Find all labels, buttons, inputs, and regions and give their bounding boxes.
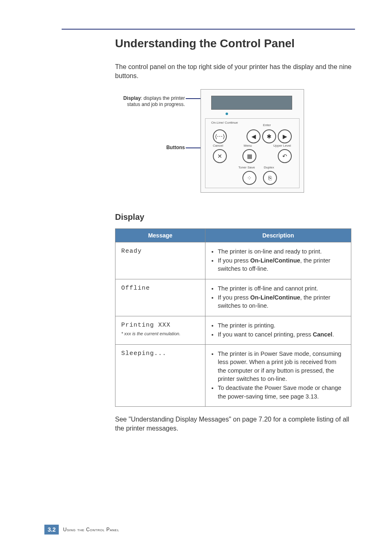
intro-paragraph: The control panel on the top right side …: [115, 62, 355, 81]
duplex-button[interactable]: ⎘: [263, 171, 277, 185]
description-cell: The printer is off-line and cannot print…: [205, 279, 351, 316]
online-continue-button[interactable]: ⟨⋯⟩: [213, 129, 227, 143]
footer-text: Using the Control Panel: [63, 527, 119, 532]
description-item: To deactivate the Power Save mode or cha…: [218, 384, 345, 401]
cancel-button[interactable]: ✕: [213, 149, 227, 163]
page-number-box: 3.2: [44, 525, 59, 535]
enter-button[interactable]: ✱: [262, 129, 276, 143]
description-item: The printer is printing.: [218, 321, 345, 329]
description-list: The printer is off-line and cannot print…: [211, 284, 345, 310]
description-cell: The printer is printing.If you want to c…: [205, 316, 351, 345]
status-led: [226, 113, 228, 115]
upper-level-button[interactable]: ↶: [278, 149, 292, 163]
label-menu: Menu: [244, 144, 252, 147]
description-item: The printer is on-line and ready to prin…: [218, 247, 345, 256]
button-group: On-Line/ Continue ⟨⋯⟩ ◀ Enter ✱ ▶ Cancel…: [205, 118, 300, 188]
th-description: Description: [205, 228, 351, 242]
callout-buttons-label: Buttons: [166, 145, 185, 150]
label-online: On-Line/ Continue: [211, 121, 226, 124]
callout-display: Display: displays the printer status and…: [115, 95, 185, 108]
nav-left-button[interactable]: ◀: [247, 129, 261, 143]
menu-button[interactable]: ▦: [242, 149, 256, 163]
display-heading: Display: [115, 212, 355, 222]
nav-right-button[interactable]: ▶: [278, 129, 292, 143]
description-item: If you press On-Line/Continue, the print…: [218, 293, 345, 310]
page-footer: 3.2 Using the Control Panel: [44, 525, 119, 535]
table-body: ReadyThe printer is on-line and ready to…: [115, 242, 351, 406]
message-text: Ready: [121, 248, 142, 255]
message-text: Printing XXX: [121, 322, 171, 329]
message-cell: Printing XXX* xxx is the current emulati…: [115, 316, 205, 345]
message-text: Sleeping...: [121, 350, 166, 357]
page-number: 2: [53, 526, 56, 533]
table-row: Printing XXX* xxx is the current emulati…: [115, 316, 351, 345]
table-row: ReadyThe printer is on-line and ready to…: [115, 242, 351, 279]
page-title: Understanding the Control Panel: [115, 37, 355, 50]
table-row: Sleeping...The printer is in Power Save …: [115, 345, 351, 407]
description-item: The printer is in Power Save mode, consu…: [218, 350, 345, 383]
callout-display-bold: Display: [123, 95, 141, 101]
th-message: Message: [115, 228, 205, 242]
message-cell: Sleeping...: [115, 345, 205, 407]
after-table-paragraph: See "Understanding Display Messages" on …: [115, 415, 355, 433]
label-enter: Enter: [263, 124, 271, 127]
message-text: Offline: [121, 285, 150, 292]
label-upper-level: Upper Level: [273, 144, 291, 147]
toner-save-button[interactable]: ⁘: [242, 171, 256, 185]
top-rule: [62, 29, 355, 30]
display-messages-table: Message Description ReadyThe printer is …: [115, 228, 351, 407]
label-toner-save: Toner Save: [238, 166, 255, 169]
chapter-number: 3.: [48, 526, 53, 533]
callout-buttons: Buttons: [115, 145, 185, 151]
message-cell: Ready: [115, 242, 205, 279]
label-cancel: Cancel: [213, 144, 223, 147]
page: Understanding the Control Panel The cont…: [0, 0, 392, 553]
description-list: The printer is in Power Save mode, consu…: [211, 350, 345, 401]
control-panel-figure: Display: displays the printer status and…: [115, 89, 304, 192]
message-cell: Offline: [115, 279, 205, 316]
panel-box: On-Line/ Continue ⟨⋯⟩ ◀ Enter ✱ ▶ Cancel…: [201, 89, 304, 193]
description-list: The printer is on-line and ready to prin…: [211, 247, 345, 273]
description-cell: The printer is in Power Save mode, consu…: [205, 345, 351, 407]
description-item: If you want to cancel printing, press Ca…: [218, 330, 345, 339]
table-row: OfflineThe printer is off-line and canno…: [115, 279, 351, 316]
description-list: The printer is printing.If you want to c…: [211, 321, 345, 339]
description-cell: The printer is on-line and ready to prin…: [205, 242, 351, 279]
description-item: If you press On-Line/Continue, the print…: [218, 256, 345, 273]
label-duplex: Duplex: [264, 166, 274, 169]
message-footnote: * xxx is the current emulation.: [121, 331, 199, 336]
description-item: The printer is off-line and cannot print…: [218, 284, 345, 293]
lcd-display: [211, 96, 292, 110]
